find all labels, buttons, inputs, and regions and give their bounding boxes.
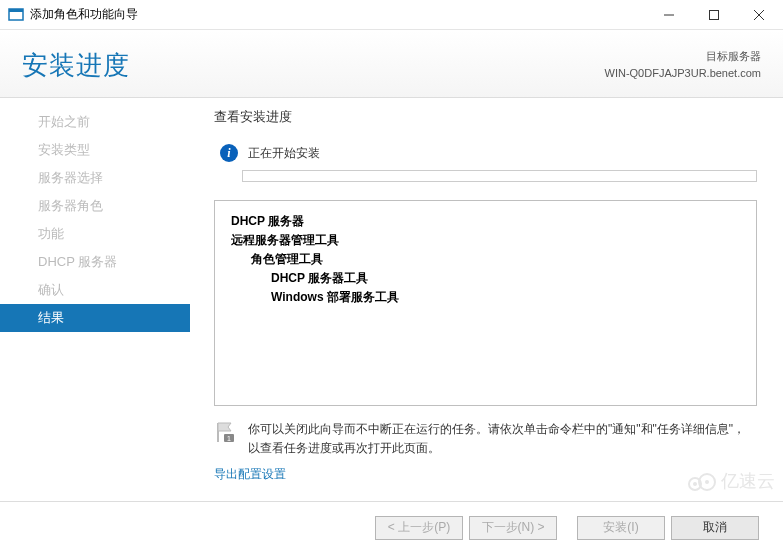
previous-button: < 上一步(P) (375, 516, 463, 540)
results-panel: DHCP 服务器 远程服务器管理工具 角色管理工具 DHCP 服务器工具 Win… (214, 200, 757, 406)
result-dhcp-tools: DHCP 服务器工具 (231, 270, 740, 287)
result-role-admin-tools: 角色管理工具 (231, 251, 740, 268)
note-row: 1 你可以关闭此向导而不中断正在运行的任务。请依次单击命令栏中的"通知"和"任务… (214, 420, 757, 458)
nav-results[interactable]: 结果 (0, 304, 190, 332)
close-button[interactable] (736, 0, 781, 29)
wizard-sidebar: 开始之前 安装类型 服务器选择 服务器角色 功能 DHCP 服务器 确认 结果 (0, 98, 190, 498)
target-server-info: 目标服务器 WIN-Q0DFJAJP3UR.benet.com (605, 48, 761, 81)
nav-server-roles: 服务器角色 (0, 192, 190, 220)
nav-installation-type: 安装类型 (0, 136, 190, 164)
target-server-label: 目标服务器 (605, 48, 761, 65)
app-icon (8, 7, 24, 23)
nav-server-selection: 服务器选择 (0, 164, 190, 192)
wizard-body: 开始之前 安装类型 服务器选择 服务器角色 功能 DHCP 服务器 确认 结果 … (0, 98, 783, 498)
result-dhcp-server: DHCP 服务器 (231, 213, 740, 230)
status-text: 正在开始安装 (248, 145, 320, 162)
maximize-button[interactable] (691, 0, 736, 29)
result-wds-tools: Windows 部署服务工具 (231, 289, 740, 306)
status-row: i 正在开始安装 (214, 144, 757, 162)
minimize-button[interactable] (646, 0, 691, 29)
page-title: 安装进度 (22, 48, 130, 83)
nav-confirmation: 确认 (0, 276, 190, 304)
export-config-link[interactable]: 导出配置设置 (214, 466, 757, 483)
nav-before-you-begin: 开始之前 (0, 108, 190, 136)
result-remote-admin-tools: 远程服务器管理工具 (231, 232, 740, 249)
svg-rect-3 (709, 10, 718, 19)
section-title: 查看安装进度 (214, 108, 757, 126)
progress-bar (242, 170, 757, 182)
note-text: 你可以关闭此向导而不中断正在运行的任务。请依次单击命令栏中的"通知"和"任务详细… (248, 420, 757, 458)
info-icon: i (220, 144, 238, 162)
svg-text:1: 1 (227, 435, 231, 442)
window-title: 添加角色和功能向导 (30, 6, 138, 23)
window-controls (646, 0, 781, 29)
wizard-footer: < 上一步(P) 下一步(N) > 安装(I) 取消 (0, 501, 783, 553)
nav-dhcp-server: DHCP 服务器 (0, 248, 190, 276)
wizard-header: 安装进度 目标服务器 WIN-Q0DFJAJP3UR.benet.com (0, 30, 783, 98)
next-button: 下一步(N) > (469, 516, 557, 540)
flag-icon: 1 (214, 420, 238, 444)
wizard-main: 查看安装进度 i 正在开始安装 DHCP 服务器 远程服务器管理工具 角色管理工… (190, 98, 783, 498)
titlebar: 添加角色和功能向导 (0, 0, 783, 30)
install-button: 安装(I) (577, 516, 665, 540)
svg-rect-1 (9, 9, 23, 12)
target-server-name: WIN-Q0DFJAJP3UR.benet.com (605, 65, 761, 82)
cancel-button[interactable]: 取消 (671, 516, 759, 540)
nav-features: 功能 (0, 220, 190, 248)
